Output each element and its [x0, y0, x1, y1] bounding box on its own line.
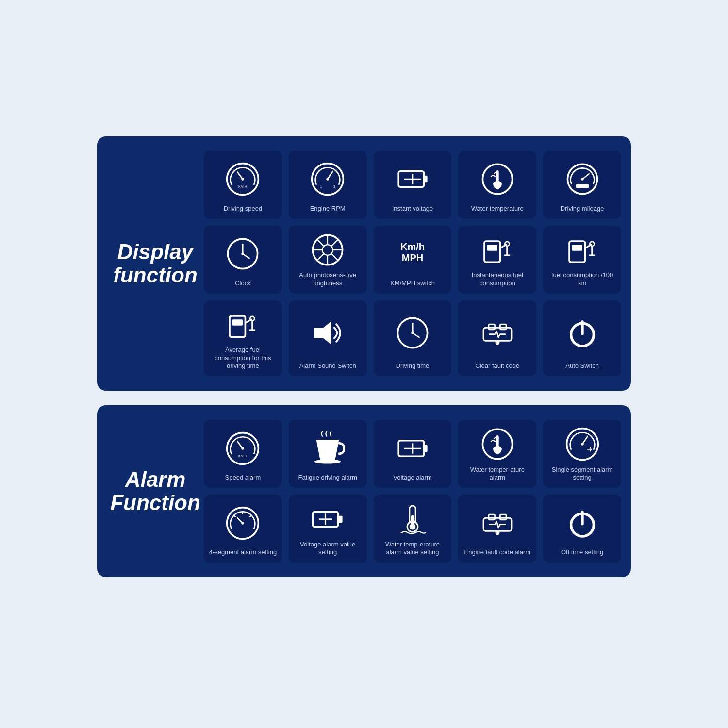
- engine-code-icon: [480, 501, 515, 545]
- func-fuel-100: fuel consumption /100 km: [543, 226, 621, 294]
- func-voltage-alarm: Voltage alarm: [374, 420, 452, 488]
- svg-rect-10: [424, 176, 427, 182]
- display-function-title: Displayfunction: [113, 240, 198, 287]
- mileage-icon: [565, 158, 600, 201]
- func-engine-rpm: 1 3 Engine RPM: [289, 151, 367, 219]
- single-segment-icon: [565, 427, 600, 462]
- svg-point-24: [322, 245, 333, 255]
- svg-line-78: [250, 515, 252, 517]
- voltage-alarm-icon: [395, 427, 430, 470]
- instant-fuel-label: Instantaneous fuel consumption: [462, 271, 532, 288]
- alarm-function-grid: KM H Speed alarm Fa: [204, 420, 621, 563]
- driving-speed-label: Driving speed: [224, 205, 263, 213]
- instant-voltage-label: Instant voltage: [392, 205, 433, 213]
- alarm-function-section: AlarmFunction KM H Speed alarm: [97, 405, 631, 577]
- clock-label: Clock: [235, 280, 251, 288]
- display-function-label: Displayfunction: [107, 151, 204, 377]
- svg-point-59: [495, 340, 499, 345]
- svg-rect-88: [411, 515, 414, 524]
- svg-point-55: [411, 331, 414, 334]
- svg-point-36: [505, 242, 509, 246]
- svg-rect-92: [500, 514, 506, 520]
- func-water-temp: Water temperature: [458, 151, 536, 219]
- func-clock: Clock: [204, 226, 282, 294]
- clear-fault-label: Clear fault code: [475, 362, 519, 370]
- func-driving-time: Driving time: [374, 300, 452, 377]
- display-function-grid: KM H Driving speed 1 3 Engine RPM: [204, 151, 621, 377]
- driving-time-icon: [395, 307, 430, 359]
- engine-rpm-label: Engine RPM: [310, 205, 346, 213]
- svg-rect-34: [487, 245, 497, 251]
- rpm-icon: 1 3: [310, 158, 345, 201]
- water-temp-icon: [480, 158, 515, 201]
- svg-point-42: [590, 242, 594, 246]
- svg-point-93: [495, 530, 499, 535]
- func-auto-switch: Auto Switch: [543, 300, 621, 377]
- battery-plus-icon: [310, 501, 345, 536]
- svg-rect-40: [572, 245, 582, 251]
- water-temp-value-label: Water temp-erature alarm value setting: [378, 541, 448, 557]
- speed-alarm-label: Speed alarm: [225, 474, 261, 482]
- func-instant-voltage: Instant voltage: [374, 151, 452, 219]
- func-water-temp-value: Water temp-erature alarm value setting: [374, 495, 452, 563]
- water-temp-label: Water temperature: [471, 205, 524, 213]
- func-instant-fuel: Instantaneous fuel consumption: [458, 226, 536, 294]
- func-auto-photo: Auto photosens-itive brightness: [289, 226, 367, 294]
- 4-segment-label: 4-segment alarm setting: [209, 548, 277, 557]
- func-fatigue-alarm: Fatigue driving alarm: [289, 420, 367, 488]
- alarm-function-title: AlarmFunction: [110, 468, 200, 515]
- battery-icon: [395, 158, 430, 201]
- single-segment-label: Single segment alarm setting: [547, 466, 617, 482]
- svg-rect-83: [338, 516, 343, 523]
- svg-rect-45: [230, 316, 245, 337]
- func-speed-alarm: KM H Speed alarm: [204, 420, 282, 488]
- off-time-label: Off time setting: [561, 548, 603, 557]
- avg-fuel-icon: [225, 307, 260, 342]
- display-function-section: Displayfunction KM H Driving speed: [97, 136, 631, 391]
- water-temp-alarm-label: Water temper-ature alarm: [462, 466, 532, 482]
- kmmph-icon: Km/hMPH: [400, 232, 425, 276]
- func-water-temp-alarm: Water temper-ature alarm: [458, 420, 536, 488]
- kmmph-text: Km/hMPH: [400, 241, 425, 264]
- avg-fuel-label: Average fuel consumption for this drivin…: [208, 346, 278, 371]
- svg-line-31: [331, 240, 338, 246]
- driving-mileage-label: Driving mileage: [561, 205, 604, 213]
- svg-rect-91: [489, 514, 495, 520]
- svg-line-63: [238, 441, 243, 448]
- svg-point-64: [242, 447, 244, 449]
- svg-rect-18: [576, 184, 589, 188]
- svg-text:KM H: KM H: [238, 454, 247, 458]
- svg-line-1: [238, 172, 243, 179]
- water-temp-alarm-icon: [480, 427, 515, 462]
- voltage-alarm-label: Voltage alarm: [393, 474, 432, 482]
- water-level-icon: [395, 501, 430, 536]
- engine-fault-icon: [480, 307, 515, 359]
- func-voltage-value: Voltage alarm value setting: [289, 495, 367, 563]
- speedometer-icon: KM H: [225, 158, 260, 201]
- auto-photo-label: Auto photosens-itive brightness: [293, 271, 363, 288]
- func-km-mph: Km/hMPH KM/MPH switch: [374, 226, 452, 294]
- off-time-power-icon: [565, 501, 600, 545]
- svg-point-17: [581, 178, 583, 181]
- svg-point-48: [250, 316, 255, 321]
- clock-icon: [225, 232, 260, 276]
- svg-text:3: 3: [333, 185, 335, 188]
- 4-segment-icon: [225, 501, 260, 545]
- svg-line-29: [317, 240, 324, 246]
- voltage-value-label: Voltage alarm value setting: [293, 541, 363, 557]
- km-mph-label: KM/MPH switch: [390, 280, 435, 288]
- func-driving-mileage: Driving mileage: [543, 151, 621, 219]
- svg-point-22: [242, 253, 244, 255]
- aperture-icon: [310, 232, 345, 267]
- func-avg-fuel: Average fuel consumption for this drivin…: [204, 300, 282, 377]
- driving-time-label: Driving time: [396, 362, 430, 370]
- alarm-sound-label: Alarm Sound Switch: [299, 362, 356, 370]
- svg-line-74: [582, 436, 588, 444]
- alarm-function-label: AlarmFunction: [107, 420, 204, 563]
- svg-rect-39: [569, 241, 585, 262]
- speed-alarm-icon: KM H: [225, 427, 260, 470]
- svg-line-79: [234, 515, 236, 517]
- svg-line-32: [317, 254, 324, 260]
- fuel-100-icon: [565, 232, 600, 267]
- svg-rect-33: [484, 241, 500, 262]
